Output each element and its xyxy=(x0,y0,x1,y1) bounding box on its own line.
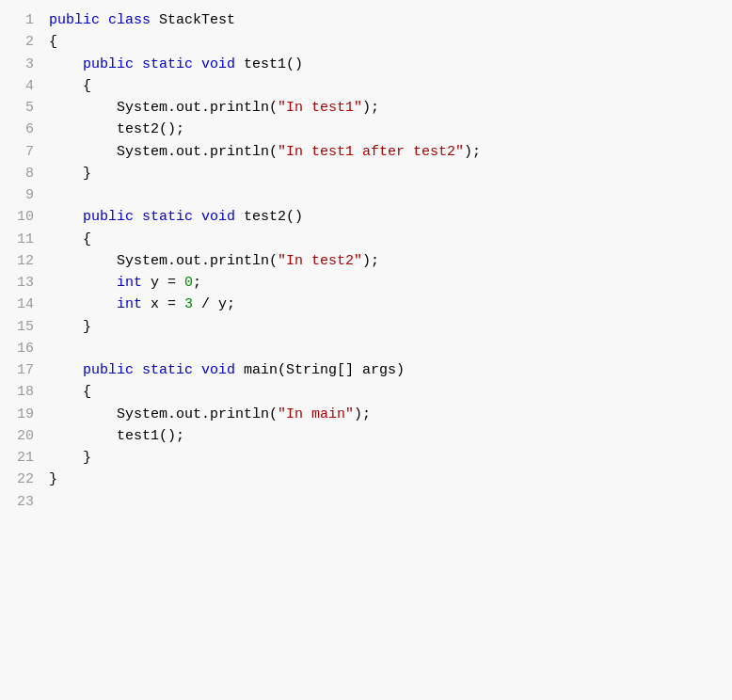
code-line: public static void test1() xyxy=(49,54,732,75)
line-number: 9 xyxy=(0,184,34,206)
code-line xyxy=(49,184,732,206)
code-line: public class StackTest xyxy=(49,9,732,31)
code-line: System.out.println("In test1"); xyxy=(49,97,732,119)
line-number: 23 xyxy=(0,491,34,513)
line-number: 2 xyxy=(0,31,34,53)
code-line: } xyxy=(49,163,732,184)
code-line: { xyxy=(49,381,732,403)
code-line: { xyxy=(49,31,732,53)
line-number: 10 xyxy=(0,206,34,228)
code-line: int y = 0; xyxy=(49,272,732,294)
line-number: 18 xyxy=(0,381,34,403)
line-number: 7 xyxy=(0,141,34,163)
code-line: } xyxy=(49,447,732,469)
line-number: 16 xyxy=(0,338,34,359)
code-line: System.out.println("In test2"); xyxy=(49,250,732,272)
line-number-gutter: 1234567891011121314151617181920212223 xyxy=(0,9,45,691)
line-number: 22 xyxy=(0,469,34,490)
code-line xyxy=(49,338,732,359)
line-number: 19 xyxy=(0,404,34,425)
code-line: public static void main(String[] args) xyxy=(49,359,732,381)
line-number: 12 xyxy=(0,250,34,272)
line-number: 15 xyxy=(0,316,34,338)
line-number: 8 xyxy=(0,163,34,184)
code-line: test2(); xyxy=(49,119,732,140)
line-number: 17 xyxy=(0,359,34,381)
line-number: 4 xyxy=(0,75,34,97)
line-number: 20 xyxy=(0,425,34,447)
line-number: 5 xyxy=(0,97,34,119)
code-line: int x = 3 / y; xyxy=(49,294,732,315)
line-number: 6 xyxy=(0,119,34,140)
code-line: } xyxy=(49,469,732,490)
code-line: { xyxy=(49,75,732,97)
code-line: { xyxy=(49,229,732,250)
code-line xyxy=(49,491,732,513)
code-line: } xyxy=(49,316,732,338)
code-line: public static void test2() xyxy=(49,206,732,228)
line-number: 14 xyxy=(0,294,34,315)
code-editor: 1234567891011121314151617181920212223 pu… xyxy=(0,0,732,700)
line-number: 3 xyxy=(0,54,34,75)
code-line: System.out.println("In test1 after test2… xyxy=(49,141,732,163)
code-area: public class StackTest{ public static vo… xyxy=(45,9,732,691)
line-number: 21 xyxy=(0,447,34,469)
line-number: 13 xyxy=(0,272,34,294)
line-number: 11 xyxy=(0,229,34,250)
code-line: test1(); xyxy=(49,425,732,447)
code-line: System.out.println("In main"); xyxy=(49,404,732,425)
line-number: 1 xyxy=(0,9,34,31)
